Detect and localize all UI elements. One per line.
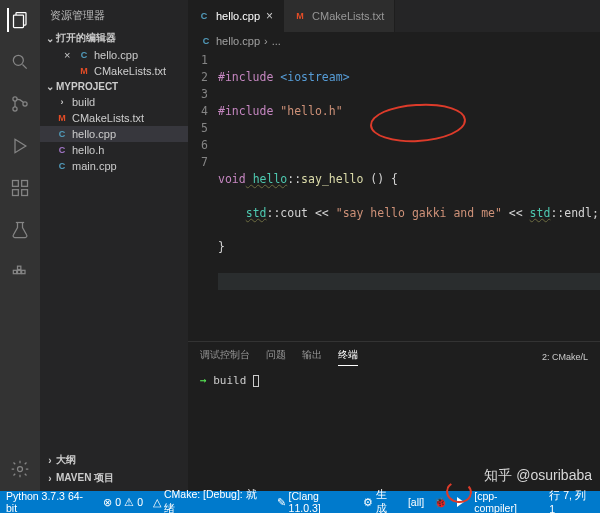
tab-hello-cpp[interactable]: C hello.cpp × [188, 0, 284, 32]
line-numbers: 1234567 [188, 52, 218, 341]
cmake-file-icon: M [78, 65, 90, 77]
svg-rect-9 [13, 190, 19, 196]
terminal-cursor [253, 375, 259, 387]
svg-point-6 [23, 102, 27, 106]
svg-rect-1 [14, 15, 24, 28]
svg-rect-11 [22, 181, 28, 187]
file-item[interactable]: C hello.h [40, 142, 188, 158]
close-icon[interactable]: × [64, 49, 74, 61]
editor-tabs: C hello.cpp × M CMakeLists.txt [188, 0, 600, 32]
status-all[interactable]: [all] [408, 496, 424, 508]
test-icon[interactable] [8, 218, 32, 242]
panel-tabs: 调试控制台 问题 输出 终端 2: CMake/L [188, 342, 600, 366]
svg-rect-16 [18, 266, 21, 269]
editor-area: C hello.cpp × M CMakeLists.txt C hello.c… [188, 0, 600, 491]
cpp-file-icon: C [56, 160, 68, 172]
status-compiler[interactable]: [cpp-compiler] [474, 490, 539, 513]
chevron-right-icon: › [56, 96, 68, 108]
svg-point-2 [13, 55, 23, 65]
cpp-file-icon: C [198, 10, 210, 22]
status-errors[interactable]: ⊗ 0 ⚠ 0 [103, 496, 143, 508]
explorer-icon[interactable] [7, 8, 31, 32]
terminal[interactable]: → build [188, 366, 600, 491]
svg-marker-7 [15, 139, 26, 152]
chevron-down-icon: ⌄ [44, 33, 56, 44]
cpp-file-icon: C [56, 128, 68, 140]
panel-tab-debug[interactable]: 调试控制台 [200, 348, 250, 366]
cmake-file-icon: M [294, 10, 306, 22]
status-run-icon[interactable] [457, 497, 464, 507]
panel-tab-terminal[interactable]: 终端 [338, 348, 358, 366]
status-debug-icon[interactable]: 🐞 [434, 496, 447, 509]
panel-tab-problems[interactable]: 问题 [266, 348, 286, 366]
status-cmake[interactable]: △ CMake: [Debug]: 就绪 [153, 488, 267, 513]
file-item[interactable]: C main.cpp [40, 158, 188, 174]
status-build[interactable]: ⚙ 生成 [363, 488, 398, 513]
panel-tab-output[interactable]: 输出 [302, 348, 322, 366]
project-header[interactable]: ⌄ MYPROJECT [40, 79, 188, 94]
settings-gear-icon[interactable] [8, 457, 32, 481]
source-control-icon[interactable] [8, 92, 32, 116]
file-item[interactable]: C hello.cpp [40, 126, 188, 142]
project-tree: › build M CMakeLists.txt C hello.cpp C h… [40, 94, 188, 174]
code-editor[interactable]: 1234567 #include <iostream> #include "he… [188, 50, 600, 341]
svg-point-17 [18, 467, 23, 472]
status-clang[interactable]: ✎ [Clang 11.0.3] [277, 490, 354, 513]
close-icon[interactable]: × [266, 9, 273, 23]
sidebar: 资源管理器 ⌄ 打开的编辑器 × C hello.cpp M CMakeList… [40, 0, 188, 491]
file-item[interactable]: M CMakeLists.txt [40, 110, 188, 126]
chevron-right-icon: › [44, 455, 56, 466]
breadcrumb[interactable]: C hello.cpp › ... [188, 32, 600, 50]
svg-rect-14 [18, 270, 21, 273]
header-file-icon: C [56, 144, 68, 156]
svg-rect-8 [13, 181, 19, 187]
folder-item[interactable]: › build [40, 94, 188, 110]
open-editor-item[interactable]: M CMakeLists.txt [40, 63, 188, 79]
open-editors-header[interactable]: ⌄ 打开的编辑器 [40, 29, 188, 47]
chevron-down-icon: ⌄ [44, 81, 56, 92]
status-cursor-pos[interactable]: 行 7, 列 1 [549, 489, 594, 513]
sidebar-title: 资源管理器 [40, 0, 188, 29]
tab-cmakelists[interactable]: M CMakeLists.txt [284, 0, 395, 32]
search-icon[interactable] [8, 50, 32, 74]
terminal-selector[interactable]: 2: CMake/L [542, 348, 588, 366]
bottom-panel: 调试控制台 问题 输出 终端 2: CMake/L → build [188, 341, 600, 491]
code-content[interactable]: #include <iostream> #include "hello.h" v… [218, 52, 600, 341]
svg-point-4 [13, 97, 17, 101]
cpp-file-icon: C [78, 49, 90, 61]
extensions-icon[interactable] [8, 176, 32, 200]
svg-point-5 [13, 107, 17, 111]
svg-line-3 [23, 65, 27, 69]
terminal-prompt: → [200, 374, 207, 387]
status-python[interactable]: Python 3.7.3 64-bit [6, 490, 93, 513]
activity-bar [0, 0, 40, 491]
maven-header[interactable]: › MAVEN 项目 [40, 469, 188, 487]
cmake-file-icon: M [56, 112, 68, 124]
svg-rect-10 [22, 190, 28, 196]
svg-rect-13 [13, 270, 16, 273]
outline-header[interactable]: › 大纲 [40, 451, 188, 469]
chevron-right-icon: › [44, 473, 56, 484]
open-editor-item[interactable]: × C hello.cpp [40, 47, 188, 63]
docker-icon[interactable] [8, 260, 32, 284]
status-bar: Python 3.7.3 64-bit ⊗ 0 ⚠ 0 △ CMake: [De… [0, 491, 600, 513]
open-editors-list: × C hello.cpp M CMakeLists.txt [40, 47, 188, 79]
cpp-file-icon: C [200, 35, 212, 47]
run-debug-icon[interactable] [8, 134, 32, 158]
svg-rect-15 [22, 270, 25, 273]
